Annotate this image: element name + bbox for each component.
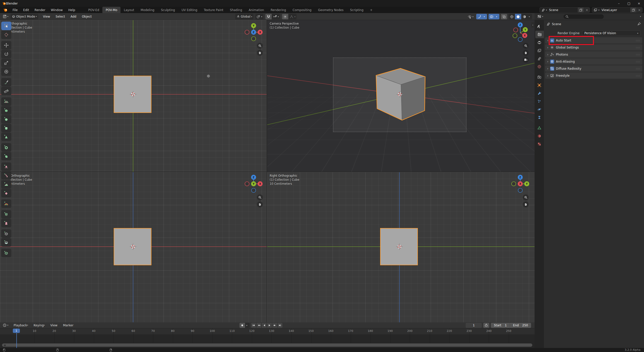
properties-tab-physics[interactable] [535,106,544,113]
workspace-tab-scripting[interactable]: Scripting [347,7,367,13]
tool-measure[interactable] [1,87,11,95]
minimize-button[interactable]: – [614,0,624,7]
expand-chevron-icon[interactable]: › [547,60,548,63]
timeline-track[interactable] [0,334,535,343]
unlink-scene-button[interactable]: × [584,7,590,13]
timeline-menu-view[interactable]: View [48,324,60,327]
menu-help[interactable]: Help [65,7,78,13]
properties-tab-modifiers[interactable] [535,90,544,97]
pan-hand-icon[interactable] [523,201,529,207]
timeline-ruler[interactable]: 1020304050607080901001101201301401501601… [0,328,535,334]
close-button[interactable]: × [634,0,644,7]
overlays-dropdown[interactable]: ▾ [495,14,499,19]
tool-add-isosurface[interactable] [1,229,11,238]
workspace-tab-rendering[interactable]: Rendering [267,7,289,13]
workspace-tab-pov-ed[interactable]: POV-Ed [85,7,103,13]
selectability-visibility-dropdown[interactable]: ▾ [466,14,475,19]
proportional-editing-toggle[interactable] [282,14,288,19]
panel-global-settings[interactable]: ›Global Settings:::: [545,44,642,51]
tool-add-rope[interactable] [1,171,11,180]
jump-to-start-button[interactable] [251,323,256,328]
scene-name[interactable]: Scene [548,8,578,12]
zoom-icon[interactable] [257,194,263,200]
workspace-tab-pov-mo[interactable]: POV-Mo [102,7,120,13]
3d-viewport-quad-view[interactable]: Top Orthographic (1) Collection | Cube 1… [0,20,535,322]
viewport-quad-right[interactable]: Right Orthographic (1) Collection | Cube… [267,172,535,322]
editor-type-button[interactable]: ▾ [2,14,10,19]
workspace-tab-animation[interactable]: Animation [246,7,267,13]
timeline-menu-keying[interactable]: Keying ▾ [31,324,47,327]
jump-to-end-button[interactable] [277,323,283,328]
remove-view-layer-button[interactable]: × [636,7,642,13]
zoom-icon[interactable] [257,43,263,49]
maximize-button[interactable]: ▢ [624,0,634,7]
scene-selector[interactable]: ▾ Scene × [540,7,590,13]
auto-keying-record-button[interactable] [239,323,245,328]
properties-tab-collection[interactable] [535,73,544,81]
search-input[interactable] [570,15,600,18]
xray-toggle[interactable] [501,14,507,19]
tool-add-cylinder[interactable] [1,124,11,132]
show-gizmo-toggle[interactable] [476,14,482,19]
light-object-icon[interactable] [206,74,211,78]
tool-add-cone[interactable] [1,133,11,141]
tool-scale[interactable] [1,59,11,67]
panel-drag-handle[interactable]: :::: [636,74,640,77]
workspace-tab-shading[interactable]: Shading [227,7,246,13]
viewport-menu-view[interactable]: View [41,15,52,18]
play-button[interactable] [267,323,272,328]
next-keyframe-button[interactable] [272,323,277,328]
timeline-editor[interactable]: ▾ Playback ▾Keying ▾ViewMarker ▾ 1 Start… [0,322,535,348]
pan-hand-icon[interactable] [257,50,263,56]
tool-transform[interactable] [1,67,11,76]
tool-add-spring[interactable] [1,210,11,218]
tool-add-water[interactable] [1,238,11,247]
show-overlays-toggle[interactable] [489,14,495,19]
properties-tab-view-layer[interactable] [535,47,544,54]
menu-render[interactable]: Render [32,7,48,13]
transform-orientation-dropdown[interactable]: Global ▾ [235,14,253,19]
add-workspace-button[interactable]: + [367,7,376,13]
current-frame-field[interactable]: 1 [466,323,482,328]
quad-split-horizontal[interactable] [0,172,535,172]
properties-tab-tool[interactable] [535,23,544,30]
panel-photons[interactable]: ›Photons:::: [545,51,642,58]
tool-add-height-field[interactable] [1,180,11,189]
panel-drag-handle[interactable]: :::: [636,46,640,49]
viewport-menu-add[interactable]: Add [68,15,78,18]
tool-add-lathe[interactable] [1,219,11,227]
navigation-gizmo[interactable]: ZYX [510,174,530,195]
keying-dropdown[interactable]: ▾ [245,323,250,328]
render-engine-dropdown[interactable]: Persistence Of Vision ▾ [582,30,640,36]
pivot-point-dropdown[interactable]: ▾ [255,14,263,19]
menu-window[interactable]: Window [48,7,65,13]
shading-dropdown[interactable]: ▾ [528,14,532,19]
viewport-quad-camera[interactable]: Camera Perspective (1) Collection | Cube… [267,20,535,172]
tool-add-torus[interactable] [1,143,11,152]
tool-add-box[interactable] [1,106,11,115]
properties-tab-texture[interactable] [535,140,544,148]
shading-wireframe-button[interactable] [509,14,515,19]
properties-filter-dropdown[interactable]: ▾ [640,15,641,18]
workspace-tab-geometry-nodes[interactable]: Geometry Nodes [315,7,347,13]
workspace-tab-sculpting[interactable]: Sculpting [158,7,178,13]
properties-tab-object[interactable] [535,81,544,89]
panel-drag-handle[interactable]: :::: [636,67,640,70]
pan-hand-icon[interactable] [257,201,263,207]
timeline-editor-type-button[interactable]: ▾ [2,323,10,328]
tool-add-infinite-plane[interactable] [1,97,11,106]
proportional-falloff-dropdown[interactable]: ▾ [288,14,297,19]
current-frame-badge[interactable]: 1 [13,329,20,333]
tool-add-sphere[interactable] [1,115,11,123]
panel-freestyle[interactable]: ›Freestyle:::: [545,72,642,79]
play-reverse-button[interactable] [262,323,267,328]
snap-toggle[interactable] [265,14,272,19]
workspace-tab-uv-editing[interactable]: UV Editing [178,7,201,13]
properties-search[interactable] [564,14,604,19]
view-layer-selector[interactable]: ▾ ViewLayer × [592,7,642,13]
tool-add-mesh-cube[interactable] [1,249,11,257]
shading-solid-button[interactable] [515,14,521,19]
shading-material-button[interactable] [521,14,528,19]
panel-anti-aliasing[interactable]: ›Anti-Aliasing:::: [545,58,642,65]
navigation-gizmo[interactable]: ZXY [244,174,264,195]
